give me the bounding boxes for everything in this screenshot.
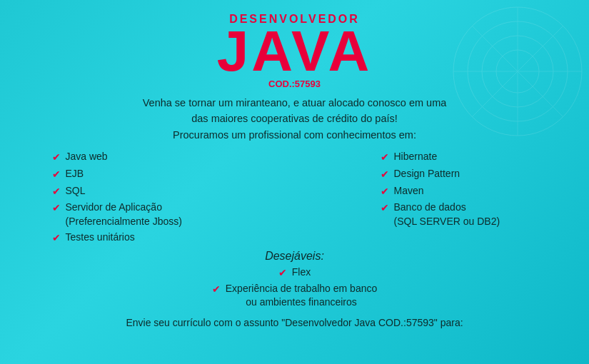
- intro-text: Venha se tornar um miranteano, e atuar a…: [143, 95, 447, 143]
- skill-ejb: ✔ EJB: [52, 167, 209, 182]
- skill-text-5: Testes unitários: [66, 231, 135, 245]
- skills-col-left: ✔ Java web ✔ EJB ✔ SQL ✔ Servidor de Apl…: [52, 150, 209, 246]
- check-icon-9: ✔: [381, 201, 389, 216]
- skill-java-web: ✔ Java web: [52, 150, 209, 165]
- skill-maven: ✔ Maven: [381, 184, 538, 199]
- check-icon-8: ✔: [381, 185, 389, 199]
- skill-banco: ✔ Banco de dados(SQL SERVER ou DB2): [381, 201, 538, 228]
- desejavel-text-2: Experiência de trabalho em bancoou ambie…: [226, 282, 377, 310]
- intro-line2: das maiores cooperativas de crédito do p…: [191, 113, 398, 124]
- check-icon-5: ✔: [52, 231, 61, 246]
- skill-text-9: Banco de dados(SQL SERVER ou DB2): [394, 201, 500, 228]
- desejavel-title: Desejáveis:: [212, 250, 377, 263]
- desejavel-text-1: Flex: [292, 266, 311, 280]
- skills-container: ✔ Java web ✔ EJB ✔ SQL ✔ Servidor de Apl…: [52, 150, 538, 246]
- desejavel-flex: ✔ Flex: [278, 266, 311, 280]
- skill-text-6: Hibernate: [394, 150, 438, 164]
- skill-text-4: Servidor de Aplicação(Preferencialmente …: [66, 201, 182, 228]
- skill-servidor: ✔ Servidor de Aplicação(Preferencialment…: [52, 201, 209, 228]
- check-icon-10: ✔: [278, 266, 287, 280]
- skill-text-2: EJB: [66, 167, 84, 181]
- check-icon-3: ✔: [52, 185, 61, 199]
- skill-text-7: Design Pattern: [394, 167, 460, 181]
- java-title: JAVA: [217, 23, 373, 80]
- intro-line3: Procuramos um profissional com conhecime…: [173, 129, 416, 141]
- skill-sql: ✔ SQL: [52, 184, 209, 199]
- desejavel-experiencia: ✔ Experiência de trabalho em bancoou amb…: [212, 282, 377, 310]
- skill-text-8: Maven: [394, 184, 424, 198]
- skills-col-right: ✔ Hibernate ✔ Design Pattern ✔ Maven ✔ B…: [381, 150, 538, 246]
- page: DESENVOLVEDOR JAVA COD.:57593 Venha se t…: [0, 0, 589, 364]
- desejavel-items: ✔ Flex ✔ Experiência de trabalho em banc…: [212, 266, 377, 310]
- intro-line1: Venha se tornar um miranteano, e atuar a…: [143, 97, 447, 108]
- check-icon-4: ✔: [52, 201, 61, 216]
- desejavel-section: Desejáveis: ✔ Flex ✔ Experiência de trab…: [212, 250, 377, 310]
- check-icon-7: ✔: [381, 168, 389, 182]
- check-icon-1: ✔: [52, 151, 61, 165]
- check-icon-11: ✔: [212, 283, 221, 297]
- skill-testes: ✔ Testes unitários: [52, 231, 209, 246]
- skill-text-3: SQL: [66, 184, 86, 198]
- skill-hibernate: ✔ Hibernate: [381, 150, 538, 165]
- check-icon-2: ✔: [52, 168, 61, 182]
- header-section: DESENVOLVEDOR JAVA COD.:57593: [217, 13, 373, 89]
- skill-text-1: Java web: [66, 150, 108, 164]
- footer-text: Envie seu currículo com o assunto "Desen…: [126, 317, 463, 328]
- skill-design-pattern: ✔ Design Pattern: [381, 167, 538, 182]
- check-icon-6: ✔: [381, 151, 389, 165]
